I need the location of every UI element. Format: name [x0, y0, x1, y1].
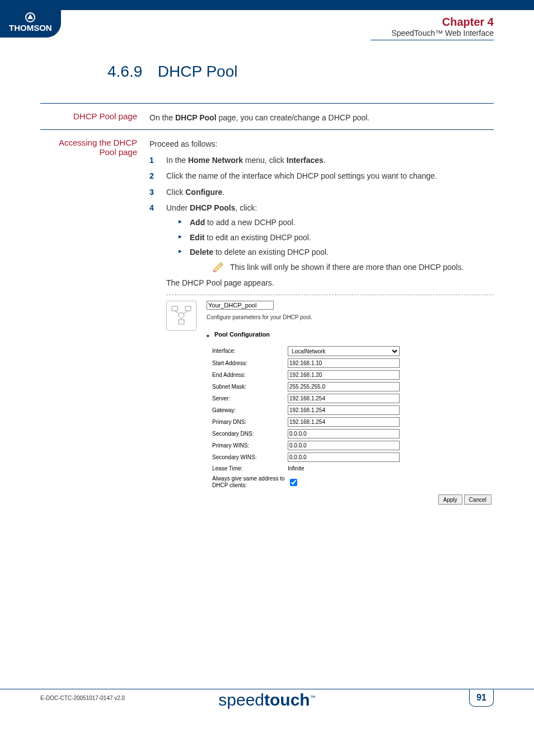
- row-subnet-mask: Subnet Mask:: [212, 382, 494, 391]
- panel-main: Configure parameters for your DHCP pool.…: [207, 301, 494, 505]
- pool-config-heading: Pool Configuration: [207, 330, 494, 340]
- block-accessing: Accessing the DHCP Pool page Proceed as …: [40, 129, 494, 508]
- always-same-checkbox[interactable]: [290, 479, 297, 486]
- svg-rect-3: [185, 306, 191, 311]
- top-bar: [0, 0, 534, 10]
- content: 4.6.9 DHCP Pool DHCP Pool page On the DH…: [0, 40, 534, 508]
- row-always-same: Always give same address to DHCP clients…: [212, 475, 494, 489]
- svg-line-6: [175, 311, 180, 314]
- lease-time-value: Infinite: [288, 464, 304, 473]
- interface-select[interactable]: LocalNetwork: [288, 346, 400, 356]
- row-secondary-wins: Secondary WINS:: [212, 452, 494, 462]
- header: THOMSON Chapter 4 SpeedTouch™ Web Interf…: [0, 10, 534, 40]
- end-address-input[interactable]: [288, 370, 400, 380]
- section-number: 4.6.9: [107, 63, 153, 81]
- chapter-subtitle: SpeedTouch™ Web Interface: [371, 29, 494, 38]
- chapter-block: Chapter 4 SpeedTouch™ Web Interface: [371, 10, 494, 40]
- secondary-dns-input[interactable]: [288, 429, 400, 438]
- sub-edit: Edit to edit an existing DHCP pool.: [179, 231, 494, 244]
- steps-list: In the Home Network menu, click Interfac…: [149, 154, 494, 505]
- step-4: Under DHCP Pools, click: Add to add a ne…: [149, 202, 494, 505]
- svg-point-5: [179, 312, 184, 318]
- row-primary-dns: Primary DNS:: [212, 417, 494, 427]
- thomson-logo-icon: [25, 12, 36, 22]
- block-label: DHCP Pool page: [40, 111, 149, 124]
- row-interface: Interface: LocalNetwork: [212, 346, 494, 356]
- svg-rect-2: [172, 306, 177, 311]
- intro-text: Proceed as follows:: [149, 138, 494, 150]
- row-end-address: End Address:: [212, 370, 494, 380]
- chapter-title: Chapter 4: [371, 16, 494, 29]
- note-text: This link will only be shown if there ar…: [230, 261, 464, 273]
- note-icon: [212, 261, 224, 273]
- primary-dns-input[interactable]: [288, 417, 400, 427]
- sub-delete: Delete to delete an existing DHCP pool. …: [179, 246, 494, 273]
- doc-id: E-DOC-CTC-20051017-0147 v2.0: [40, 695, 125, 701]
- outro-text: The DHCP Pool page appears.: [166, 277, 494, 289]
- section-title: DHCP Pool: [158, 63, 238, 80]
- server-input[interactable]: [288, 394, 400, 403]
- start-address-input[interactable]: [288, 358, 400, 368]
- step-2: Click the name of the interface which DH…: [149, 170, 494, 182]
- block-dhcp-pool-page: DHCP Pool page On the DHCP Pool page, yo…: [40, 103, 494, 124]
- row-start-address: Start Address:: [212, 358, 494, 368]
- page-number: 91: [469, 689, 494, 707]
- row-server: Server:: [212, 394, 494, 403]
- pool-name-input[interactable]: [207, 301, 274, 310]
- sub-add: Add to add a new DCHP pool.: [179, 216, 494, 228]
- pool-description: Configure parameters for your DHCP pool.: [207, 313, 494, 322]
- button-row: Apply Cancel: [207, 494, 494, 505]
- svg-rect-4: [179, 320, 184, 324]
- row-secondary-dns: Secondary DNS:: [212, 429, 494, 438]
- cancel-button[interactable]: Cancel: [464, 494, 491, 505]
- subnet-mask-input[interactable]: [288, 382, 400, 391]
- form-grid: Interface: LocalNetwork Start Address: E…: [207, 346, 494, 489]
- dhcp-pool-panel: Configure parameters for your DHCP pool.…: [166, 295, 494, 505]
- sub-list: Add to add a new DCHP pool. Edit to edit…: [166, 216, 494, 273]
- network-icon: [166, 301, 196, 331]
- note-row: This link will only be shown if there ar…: [190, 261, 494, 273]
- thomson-logo: THOMSON: [0, 10, 61, 38]
- row-lease-time: Lease Time: Infinite: [212, 464, 494, 473]
- step-1: In the Home Network menu, click Interfac…: [149, 154, 494, 166]
- secondary-wins-input[interactable]: [288, 452, 400, 462]
- section-heading: 4.6.9 DHCP Pool: [107, 63, 494, 81]
- logo-text: THOMSON: [9, 23, 52, 32]
- row-primary-wins: Primary WINS:: [212, 441, 494, 450]
- block-label: Accessing the DHCP Pool page: [40, 138, 149, 508]
- block-body: Proceed as follows: In the Home Network …: [149, 138, 494, 508]
- primary-wins-input[interactable]: [288, 441, 400, 450]
- row-gateway: Gateway:: [212, 405, 494, 415]
- block-body: On the DHCP Pool page, you can create/ch…: [149, 111, 494, 124]
- footer: E-DOC-CTC-20051017-0147 v2.0 speedtouch™…: [0, 689, 534, 707]
- svg-line-7: [183, 311, 188, 314]
- step-3: Click Configure.: [149, 186, 494, 198]
- apply-button[interactable]: Apply: [438, 494, 462, 505]
- gateway-input[interactable]: [288, 405, 400, 415]
